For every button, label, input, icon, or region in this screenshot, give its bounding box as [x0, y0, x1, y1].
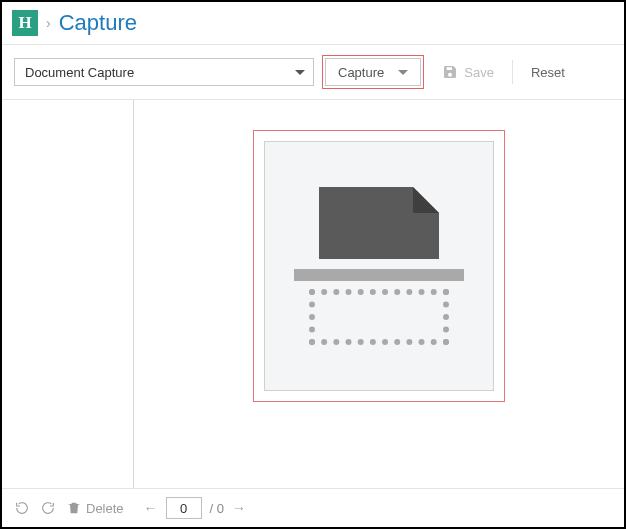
page-number-input[interactable] [166, 497, 202, 519]
thumbnail-panel [2, 100, 134, 488]
breadcrumb-separator: › [46, 15, 51, 31]
chevron-down-icon [295, 70, 305, 75]
rotate-left-icon [14, 500, 30, 516]
document-type-dropdown[interactable]: Document Capture [14, 58, 314, 86]
save-button-label: Save [464, 65, 494, 80]
rotate-left-button [14, 500, 30, 516]
save-button: Save [432, 58, 504, 86]
chevron-down-icon [398, 70, 408, 75]
toolbar: Document Capture Capture Save Reset [2, 45, 624, 100]
trash-icon [66, 500, 82, 516]
save-icon [442, 64, 458, 80]
toolbar-divider [512, 60, 513, 84]
footer-toolbar: Delete ← / 0 → [2, 488, 624, 527]
next-page-button: → [232, 500, 246, 516]
preview-canvas [134, 100, 624, 488]
prev-page-button: ← [144, 500, 158, 516]
scan-target-highlight [253, 130, 505, 402]
document-type-label: Document Capture [25, 65, 134, 80]
workspace [2, 100, 624, 488]
delete-button: Delete [66, 500, 124, 516]
delete-button-label: Delete [86, 501, 124, 516]
header: H › Capture [2, 2, 624, 45]
rotate-right-icon [40, 500, 56, 516]
capture-button[interactable]: Capture [325, 58, 421, 86]
page-total: / 0 [210, 501, 224, 516]
capture-button-label: Capture [338, 65, 384, 80]
document-icon [319, 187, 439, 259]
capture-button-highlight: Capture [322, 55, 424, 89]
drop-zone-icon [309, 289, 449, 345]
page-title: Capture [59, 10, 137, 36]
reset-button-label: Reset [531, 65, 565, 80]
rotate-right-button [40, 500, 56, 516]
reset-button[interactable]: Reset [521, 58, 575, 86]
scan-drop-target[interactable] [264, 141, 494, 391]
scanner-tray-icon [294, 269, 464, 281]
pager: ← / 0 → [144, 497, 246, 519]
app-logo[interactable]: H [12, 10, 38, 36]
